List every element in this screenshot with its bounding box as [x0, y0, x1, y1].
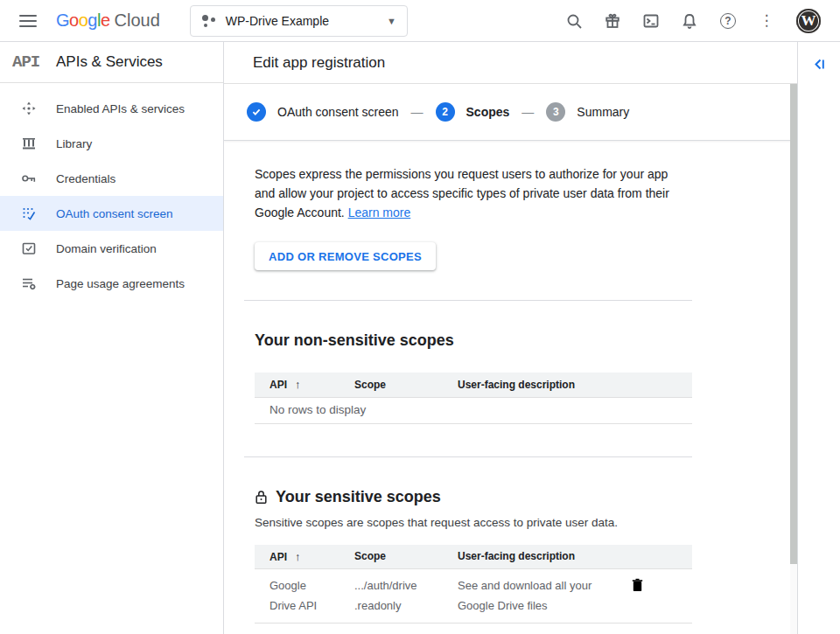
sensitive-scopes-table: API↑ Scope User-facing description Googl… [255, 545, 692, 624]
column-header-description[interactable]: User-facing description [458, 373, 631, 397]
key-icon [21, 171, 37, 186]
page-header: Edit app registration [224, 42, 797, 84]
project-name: WP-Drive Example [226, 14, 329, 28]
project-selector[interactable]: WP-Drive Example ▼ [190, 5, 408, 37]
table-header-row: API↑ Scope User-facing description [255, 373, 692, 397]
collapse-panel-icon[interactable] [811, 56, 827, 72]
google-logo-letters: Google [56, 10, 110, 31]
step-complete-check-icon [247, 102, 266, 122]
empty-table-row: No rows to display [255, 397, 692, 423]
cloud-shell-icon[interactable] [642, 12, 660, 30]
sidebar-item-credentials[interactable]: Credentials [0, 161, 223, 196]
wizard-stepper: OAuth consent screen — 2 Scopes — 3 Summ… [224, 84, 797, 141]
scope-description-cell: See and download all your Google Drive f… [458, 575, 615, 616]
account-avatar[interactable]: W [796, 9, 821, 33]
section-divider [244, 456, 692, 457]
scope-api-cell: Google Drive API [270, 575, 331, 616]
gift-icon[interactable] [604, 12, 621, 30]
sidebar: API APIs & Services Enabled APIs & servi… [0, 42, 224, 634]
sidebar-item-label: OAuth consent screen [56, 207, 173, 220]
page-title: Edit app registration [253, 54, 385, 72]
sort-ascending-icon: ↑ [295, 378, 301, 391]
step-number-badge: 3 [546, 102, 565, 122]
column-header-scope[interactable]: Scope [354, 373, 458, 397]
sidebar-item-oauth-consent-screen[interactable]: OAuth consent screen [0, 196, 223, 231]
top-bar: Google Cloud WP-Drive Example ▼ ? ⋮ W [0, 0, 840, 42]
help-icon[interactable]: ? [719, 12, 737, 30]
sidebar-title: APIs & Services [56, 53, 163, 71]
step-label: Summary [577, 105, 629, 119]
step-separator: — [522, 105, 534, 119]
assistant-panel-gutter [797, 42, 840, 634]
trash-icon [631, 578, 644, 592]
column-header-api[interactable]: API↑ [255, 545, 354, 569]
more-vertical-icon[interactable]: ⋮ [758, 12, 775, 30]
sidebar-item-enabled-apis[interactable]: Enabled APIs & services [0, 91, 223, 126]
table-row: Google Drive API .../auth/drive .readonl… [255, 569, 692, 624]
chevron-down-icon: ▼ [387, 16, 396, 26]
step-oauth-consent-screen[interactable]: OAuth consent screen [247, 102, 399, 122]
scopes-intro-text: Scopes express the permissions you reque… [255, 164, 687, 222]
sidebar-item-label: Credentials [56, 172, 116, 185]
non-sensitive-scopes-heading: Your non-sensitive scopes [255, 331, 797, 350]
table-header-row: API↑ Scope User-facing description [255, 545, 692, 569]
vertical-scrollbar[interactable] [790, 84, 797, 634]
search-icon[interactable] [565, 12, 583, 30]
menu-icon[interactable] [19, 12, 37, 30]
google-cloud-logo-word: Cloud [115, 10, 160, 31]
learn-more-link[interactable]: Learn more [348, 206, 411, 219]
google-cloud-logo: Google Cloud [56, 10, 160, 31]
step-label: OAuth consent screen [277, 105, 399, 119]
sidebar-item-page-usage-agreements[interactable]: Page usage agreements [0, 266, 223, 301]
sensitive-scopes-description: Sensitive scopes are scopes that request… [255, 516, 797, 529]
notifications-bell-icon[interactable] [681, 12, 698, 30]
add-or-remove-scopes-button[interactable]: ADD OR REMOVE SCOPES [255, 242, 436, 270]
lock-icon [255, 490, 268, 505]
step-scopes[interactable]: 2 Scopes [436, 102, 510, 122]
page-usage-icon [21, 275, 37, 291]
sidebar-item-library[interactable]: Library [0, 126, 223, 161]
oauth-consent-icon [21, 206, 37, 221]
sensitive-scopes-heading: Your sensitive scopes [255, 488, 797, 506]
library-icon [21, 136, 37, 151]
step-number-badge: 2 [436, 102, 455, 122]
sidebar-item-label: Enabled APIs & services [56, 102, 185, 115]
sidebar-header: API APIs & Services [0, 42, 223, 83]
step-summary[interactable]: 3 Summary [546, 102, 629, 122]
scrollbar-thumb[interactable] [790, 84, 797, 564]
step-separator: — [411, 105, 424, 119]
column-header-api[interactable]: API↑ [255, 373, 354, 397]
sidebar-item-label: Domain verification [56, 242, 157, 255]
sort-ascending-icon: ↑ [295, 550, 301, 563]
sidebar-item-domain-verification[interactable]: Domain verification [0, 231, 223, 266]
api-product-logo: API [12, 52, 47, 72]
sidebar-item-label: Library [56, 137, 92, 150]
column-header-description[interactable]: User-facing description [458, 545, 631, 569]
delete-scope-button[interactable] [631, 578, 644, 595]
step-label: Scopes [466, 105, 510, 119]
column-header-scope[interactable]: Scope [354, 545, 458, 569]
project-icon [202, 14, 216, 28]
empty-message: No rows to display [255, 397, 692, 423]
domain-verification-icon [21, 240, 37, 256]
non-sensitive-scopes-table: API↑ Scope User-facing description No ro… [255, 373, 692, 424]
sidebar-item-label: Page usage agreements [56, 277, 185, 290]
enabled-apis-icon [21, 101, 37, 116]
main-content: OAuth consent screen — 2 Scopes — 3 Summ… [224, 84, 797, 634]
section-divider [244, 300, 692, 301]
scope-value-cell: .../auth/drive .readonly [354, 569, 458, 624]
